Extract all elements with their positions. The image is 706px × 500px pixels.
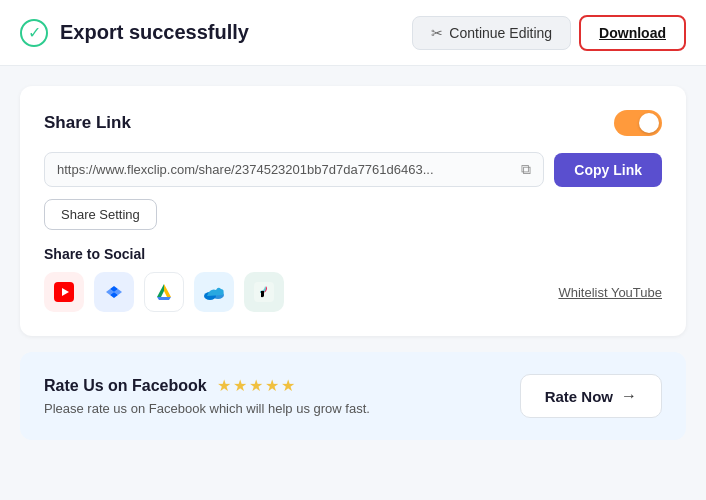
main-content: Share Link https://www.flexclip.com/shar… xyxy=(0,66,706,460)
share-setting-button[interactable]: Share Setting xyxy=(44,199,157,230)
share-link-card: Share Link https://www.flexclip.com/shar… xyxy=(20,86,686,336)
toggle-knob xyxy=(639,113,659,133)
star-1: ★ xyxy=(217,376,231,395)
arrow-right-icon: → xyxy=(621,387,637,405)
share-url: https://www.flexclip.com/share/237452320… xyxy=(57,162,515,177)
url-input-wrap: https://www.flexclip.com/share/237452320… xyxy=(44,152,544,187)
share-link-title: Share Link xyxy=(44,113,131,133)
rate-title-row: Rate Us on Facebook ★ ★ ★ ★ ★ xyxy=(44,376,370,395)
svg-marker-4 xyxy=(164,284,171,297)
url-row: https://www.flexclip.com/share/237452320… xyxy=(44,152,662,187)
rate-us-title: Rate Us on Facebook xyxy=(44,377,207,395)
rate-now-button[interactable]: Rate Now → xyxy=(520,374,662,418)
header-left: ✓ Export successfully xyxy=(20,19,249,47)
rate-description: Please rate us on Facebook which will he… xyxy=(44,401,370,416)
google-drive-icon[interactable] xyxy=(144,272,184,312)
star-3: ★ xyxy=(249,376,263,395)
header-actions: ✂ Continue Editing Download xyxy=(412,15,686,51)
card-header: Share Link xyxy=(44,110,662,136)
onedrive-icon[interactable] xyxy=(194,272,234,312)
whitelist-youtube-link[interactable]: Whitelist YouTube xyxy=(558,285,662,300)
share-to-social-label: Share to Social xyxy=(44,246,662,262)
rate-us-card: Rate Us on Facebook ★ ★ ★ ★ ★ Please rat… xyxy=(20,352,686,440)
svg-marker-3 xyxy=(157,284,164,297)
star-2: ★ xyxy=(233,376,247,395)
dropbox-icon[interactable] xyxy=(94,272,134,312)
svg-marker-5 xyxy=(157,297,171,300)
tiktok-icon[interactable] xyxy=(244,272,284,312)
header: ✓ Export successfully ✂ Continue Editing… xyxy=(0,0,706,66)
social-icons xyxy=(44,272,284,312)
success-check-icon: ✓ xyxy=(20,19,48,47)
star-4: ★ xyxy=(265,376,279,395)
svg-point-9 xyxy=(261,294,264,297)
continue-editing-button[interactable]: ✂ Continue Editing xyxy=(412,16,571,50)
download-label: Download xyxy=(599,25,666,41)
copy-link-button[interactable]: Copy Link xyxy=(554,153,662,187)
continue-editing-label: Continue Editing xyxy=(449,25,552,41)
rate-now-label: Rate Now xyxy=(545,388,613,405)
star-5: ★ xyxy=(281,376,295,395)
download-button[interactable]: Download xyxy=(579,15,686,51)
scissors-icon: ✂ xyxy=(431,25,443,41)
external-link-icon[interactable]: ⧉ xyxy=(521,161,531,178)
youtube-icon[interactable] xyxy=(44,272,84,312)
star-rating: ★ ★ ★ ★ ★ xyxy=(217,376,295,395)
page-title: Export successfully xyxy=(60,21,249,44)
rate-left: Rate Us on Facebook ★ ★ ★ ★ ★ Please rat… xyxy=(44,376,370,416)
social-row: Whitelist YouTube xyxy=(44,272,662,312)
share-link-toggle[interactable] xyxy=(614,110,662,136)
